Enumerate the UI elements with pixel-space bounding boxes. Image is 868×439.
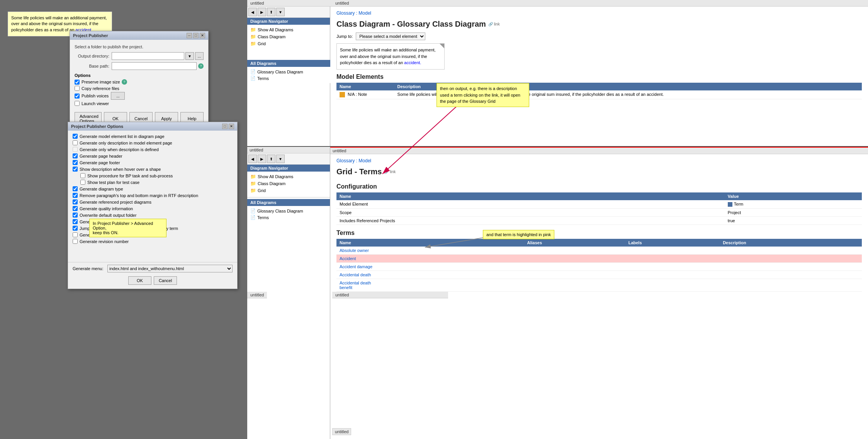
options-maximize-button[interactable]: □ xyxy=(222,124,228,129)
nav-forward-btn-2[interactable]: ▶ xyxy=(258,155,266,163)
base-path-help-icon[interactable]: ? xyxy=(198,63,204,69)
nav-back-btn[interactable]: ◀ xyxy=(248,8,257,16)
publish-voices-row: Publish voices ... xyxy=(75,92,204,100)
bottom-show-all-diagrams-label: Show All Diagrams xyxy=(258,174,293,179)
bottom-left-tab-label: untitled xyxy=(247,147,330,153)
options-dialog: Project Publisher Options □ ✕ Generate m… xyxy=(68,122,238,289)
nav-up-btn[interactable]: ⬆ xyxy=(267,8,275,16)
option-label-3: Generate page header xyxy=(80,154,122,158)
top-right-breadcrumb[interactable]: Glossary : Model xyxy=(336,10,371,16)
accidental-death-benefit-link[interactable]: Accidental deathbenefit xyxy=(340,281,371,290)
output-directory-dropdown[interactable]: ▼ xyxy=(185,52,194,60)
folder-icon-2: 📁 xyxy=(250,34,256,39)
option-checkbox-16[interactable] xyxy=(73,239,78,244)
option-checkbox-12[interactable] xyxy=(73,213,78,218)
top-right-link-icon[interactable]: 🔗 link xyxy=(488,22,500,26)
terms-row-accident-damage: Accident damage xyxy=(336,263,862,271)
options-checkbox-row-5: Show description when hover over a shape xyxy=(73,167,233,172)
option-checkbox-5[interactable] xyxy=(73,167,78,172)
option-label-5: Show description when hover over a shape xyxy=(80,167,161,172)
bottom-class-diagram-item[interactable]: 📁 Class Diagram xyxy=(249,180,328,187)
option-checkbox-1[interactable] xyxy=(73,140,78,145)
terms-aliases-2 xyxy=(524,255,625,263)
options-cancel-button[interactable]: Cancel xyxy=(154,276,177,285)
terms-labels-3 xyxy=(625,263,720,271)
terms-table: Name Aliases Labels Description Absolute… xyxy=(336,239,862,292)
show-all-diagrams-item[interactable]: 📁 Show All Diagrams xyxy=(249,26,328,33)
output-directory-browse[interactable]: ... xyxy=(195,52,204,60)
accident-term-link[interactable]: Accident xyxy=(340,256,356,261)
top-terms-item[interactable]: 📄 Terms xyxy=(249,75,329,82)
options-checkbox-row-10: Generate referenced project diagrams xyxy=(73,199,233,204)
launch-viewer-checkbox[interactable] xyxy=(75,101,80,106)
preserve-image-size-row: Preserve image size ? xyxy=(75,79,204,85)
minimize-button[interactable]: ─ xyxy=(187,33,192,38)
option-label-8: Generate diagram type xyxy=(80,187,123,191)
terms-col-description: Description xyxy=(720,239,862,247)
option-checkbox-8[interactable] xyxy=(73,186,78,191)
bottom-right-link-icon[interactable]: 🔗 link xyxy=(384,170,396,174)
option-checkbox-2[interactable] xyxy=(73,147,78,152)
terms-aliases-5 xyxy=(524,279,625,292)
top-glossary-diagram-item[interactable]: 📄 Glossary Class Diagram xyxy=(249,68,329,75)
top-left-nav-toolbar: ◀ ▶ ⬆ ▼ xyxy=(247,7,330,18)
terms-title: Terms xyxy=(336,230,862,237)
options-close-button[interactable]: ✕ xyxy=(229,124,234,129)
preserve-image-size-checkbox[interactable] xyxy=(75,80,80,85)
maximize-button[interactable]: □ xyxy=(193,33,199,38)
options-ok-button[interactable]: OK xyxy=(128,276,151,285)
row-accident-link[interactable]: accident. xyxy=(647,92,664,97)
option-checkbox-4[interactable] xyxy=(73,160,78,165)
nav-down-btn-2[interactable]: ▼ xyxy=(276,155,285,163)
generate-menu-select[interactable]: index.html and index_withoutmenu.html in… xyxy=(107,265,233,272)
accidental-death-link[interactable]: Accidental death xyxy=(340,272,371,277)
bottom-grid-item[interactable]: 📁 Grid xyxy=(249,187,328,194)
option-checkbox-13[interactable] xyxy=(73,219,78,224)
option-checkbox-14[interactable] xyxy=(73,226,78,231)
jump-to-select[interactable]: Please select a model element xyxy=(356,32,425,40)
option-checkbox-0[interactable] xyxy=(73,134,78,139)
option-checkbox-3[interactable] xyxy=(73,153,78,158)
terms-name-accidental-death: Accidental death xyxy=(336,271,524,279)
option-checkbox-10[interactable] xyxy=(73,199,78,204)
model-elements-table: Name Description N/A : Note Some life po… xyxy=(336,83,862,99)
option-checkbox-11[interactable] xyxy=(73,206,78,211)
grid-item[interactable]: 📁 Grid xyxy=(249,40,328,47)
bottom-terms-item[interactable]: 📄 Terms xyxy=(249,214,328,221)
bottom-left-nav-toolbar: ◀ ▶ ⬆ ▼ xyxy=(247,153,330,165)
bottom-right-breadcrumb[interactable]: Glossary : Model xyxy=(336,158,371,163)
preserve-image-help-icon[interactable]: ? xyxy=(122,79,127,85)
bottom-right-content-body: Glossary : Model Grid - Terms 🔗 link Con… xyxy=(330,154,868,296)
close-button[interactable]: ✕ xyxy=(200,33,205,38)
options-checkbox-row-7: Show test plan for test case xyxy=(80,180,233,185)
na-note-link[interactable]: N/A : Note xyxy=(348,92,367,97)
base-path-input[interactable] xyxy=(112,62,197,70)
bottom-glossary-diagram-item[interactable]: 📄 Glossary Class Diagram xyxy=(249,208,328,214)
top-right-content-body: Glossary : Model Class Diagram - Glossar… xyxy=(330,7,868,103)
option-checkbox-7[interactable] xyxy=(80,180,85,185)
options-checkbox-row-12: Overwrite default output folder xyxy=(73,213,233,218)
absolute-owner-link[interactable]: Absolute owner xyxy=(340,248,369,253)
bottom-grid-label: Grid xyxy=(258,188,266,193)
accident-damage-link[interactable]: Accident damage xyxy=(340,264,372,269)
nav-up-btn-2[interactable]: ⬆ xyxy=(267,155,275,163)
output-directory-input[interactable] xyxy=(112,52,184,60)
publish-voices-btn[interactable]: ... xyxy=(111,92,125,100)
option-checkbox-9[interactable] xyxy=(73,193,78,198)
model-element-icon xyxy=(340,92,345,97)
class-diagram-item[interactable]: 📁 Class Diagram xyxy=(249,33,328,40)
nav-down-btn[interactable]: ▼ xyxy=(276,8,285,16)
bottom-show-all-diagrams-item[interactable]: 📁 Show All Diagrams xyxy=(249,173,328,180)
terms-col-name: Name xyxy=(336,239,524,247)
config-row-1-name: Model Element xyxy=(336,200,725,209)
config-col-name: Name xyxy=(336,192,725,200)
copy-reference-files-checkbox[interactable] xyxy=(75,86,80,91)
option-checkbox-15[interactable] xyxy=(73,232,78,237)
publish-voices-checkbox[interactable] xyxy=(75,94,80,99)
option-checkbox-6[interactable] xyxy=(80,173,85,178)
copy-reference-files-label: Copy reference files xyxy=(82,86,119,91)
terms-desc-2 xyxy=(720,255,862,263)
nav-back-btn-2[interactable]: ◀ xyxy=(248,155,257,163)
nav-forward-btn[interactable]: ▶ xyxy=(258,8,266,16)
accident-link[interactable]: accident. xyxy=(404,60,421,65)
